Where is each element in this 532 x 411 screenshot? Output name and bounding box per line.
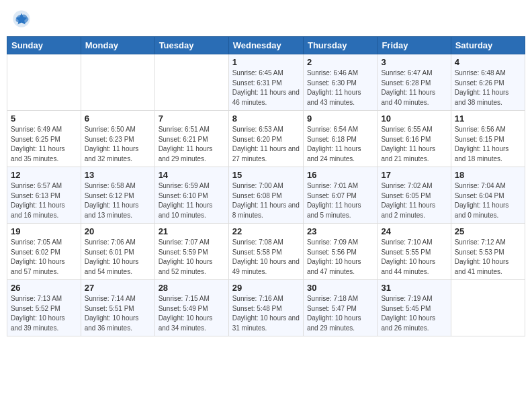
day-info: Sunrise: 7:19 AMSunset: 5:45 PMDaylight:… bbox=[381, 294, 447, 333]
weekday-header-thursday: Thursday bbox=[303, 37, 377, 54]
day-cell: 22 Sunrise: 7:08 AMSunset: 5:58 PMDaylig… bbox=[228, 224, 303, 280]
day-number: 6 bbox=[85, 113, 151, 124]
day-cell bbox=[154, 54, 228, 111]
day-cell: 11 Sunrise: 6:56 AMSunset: 6:15 PMDaylig… bbox=[451, 111, 525, 167]
day-number: 7 bbox=[159, 113, 225, 124]
day-info: Sunrise: 7:12 AMSunset: 5:53 PMDaylight:… bbox=[455, 238, 521, 277]
day-number: 22 bbox=[232, 226, 300, 236]
day-cell: 24 Sunrise: 7:10 AMSunset: 5:55 PMDaylig… bbox=[378, 224, 451, 280]
day-info: Sunrise: 7:02 AMSunset: 6:05 PMDaylight:… bbox=[381, 181, 447, 220]
day-number: 29 bbox=[232, 283, 300, 293]
week-row-5: 26 Sunrise: 7:13 AMSunset: 5:52 PMDaylig… bbox=[7, 280, 525, 336]
day-info: Sunrise: 6:46 AMSunset: 6:30 PMDaylight:… bbox=[307, 68, 373, 107]
day-info: Sunrise: 6:48 AMSunset: 6:26 PMDaylight:… bbox=[455, 68, 521, 107]
day-number: 1 bbox=[232, 57, 300, 67]
weekday-header-monday: Monday bbox=[81, 37, 154, 54]
day-cell: 26 Sunrise: 7:13 AMSunset: 5:52 PMDaylig… bbox=[7, 280, 81, 336]
day-info: Sunrise: 7:15 AMSunset: 5:49 PMDaylight:… bbox=[159, 294, 225, 333]
day-cell bbox=[81, 54, 154, 111]
day-cell bbox=[451, 280, 525, 336]
day-info: Sunrise: 7:07 AMSunset: 5:59 PMDaylight:… bbox=[159, 238, 225, 277]
day-info: Sunrise: 7:10 AMSunset: 5:55 PMDaylight:… bbox=[381, 238, 447, 277]
day-number: 14 bbox=[159, 170, 225, 180]
day-info: Sunrise: 6:59 AMSunset: 6:10 PMDaylight:… bbox=[159, 181, 225, 220]
day-number: 18 bbox=[455, 170, 521, 180]
day-cell: 13 Sunrise: 6:58 AMSunset: 6:12 PMDaylig… bbox=[81, 167, 154, 224]
day-number: 16 bbox=[307, 170, 373, 180]
day-cell: 16 Sunrise: 7:01 AMSunset: 6:07 PMDaylig… bbox=[303, 167, 377, 224]
day-number: 5 bbox=[11, 113, 77, 124]
day-number: 4 bbox=[455, 57, 521, 67]
day-cell: 23 Sunrise: 7:09 AMSunset: 5:56 PMDaylig… bbox=[303, 224, 377, 280]
day-cell: 12 Sunrise: 6:57 AMSunset: 6:13 PMDaylig… bbox=[7, 167, 81, 224]
week-row-3: 12 Sunrise: 6:57 AMSunset: 6:13 PMDaylig… bbox=[7, 167, 525, 224]
day-info: Sunrise: 6:58 AMSunset: 6:12 PMDaylight:… bbox=[85, 181, 151, 220]
day-cell: 21 Sunrise: 7:07 AMSunset: 5:59 PMDaylig… bbox=[154, 224, 228, 280]
day-cell: 29 Sunrise: 7:16 AMSunset: 5:48 PMDaylig… bbox=[228, 280, 303, 336]
day-cell: 17 Sunrise: 7:02 AMSunset: 6:05 PMDaylig… bbox=[378, 167, 451, 224]
day-info: Sunrise: 6:50 AMSunset: 6:23 PMDaylight:… bbox=[85, 125, 151, 164]
day-info: Sunrise: 7:13 AMSunset: 5:52 PMDaylight:… bbox=[11, 294, 77, 333]
weekday-header-row: SundayMondayTuesdayWednesdayThursdayFrid… bbox=[7, 37, 525, 54]
day-info: Sunrise: 6:54 AMSunset: 6:18 PMDaylight:… bbox=[307, 125, 373, 164]
day-cell: 20 Sunrise: 7:06 AMSunset: 6:01 PMDaylig… bbox=[81, 224, 154, 280]
day-info: Sunrise: 6:53 AMSunset: 6:20 PMDaylight:… bbox=[232, 125, 300, 164]
day-number: 23 bbox=[307, 226, 373, 236]
day-info: Sunrise: 7:00 AMSunset: 6:08 PMDaylight:… bbox=[232, 181, 300, 220]
day-number: 21 bbox=[159, 226, 225, 236]
logo bbox=[12, 9, 32, 28]
day-cell: 25 Sunrise: 7:12 AMSunset: 5:53 PMDaylig… bbox=[451, 224, 525, 280]
day-number: 31 bbox=[381, 283, 447, 293]
week-row-1: 1 Sunrise: 6:45 AMSunset: 6:31 PMDayligh… bbox=[7, 54, 525, 111]
day-cell: 5 Sunrise: 6:49 AMSunset: 6:25 PMDayligh… bbox=[7, 111, 81, 167]
day-cell: 6 Sunrise: 6:50 AMSunset: 6:23 PMDayligh… bbox=[81, 111, 154, 167]
day-cell: 4 Sunrise: 6:48 AMSunset: 6:26 PMDayligh… bbox=[451, 54, 525, 111]
day-number: 2 bbox=[307, 57, 373, 67]
day-number: 24 bbox=[381, 226, 447, 236]
day-info: Sunrise: 6:56 AMSunset: 6:15 PMDaylight:… bbox=[455, 125, 521, 164]
day-number: 25 bbox=[455, 226, 521, 236]
week-row-2: 5 Sunrise: 6:49 AMSunset: 6:25 PMDayligh… bbox=[7, 111, 525, 167]
day-number: 30 bbox=[307, 283, 373, 293]
day-cell: 8 Sunrise: 6:53 AMSunset: 6:20 PMDayligh… bbox=[228, 111, 303, 167]
day-cell: 7 Sunrise: 6:51 AMSunset: 6:21 PMDayligh… bbox=[154, 111, 228, 167]
day-info: Sunrise: 7:05 AMSunset: 6:02 PMDaylight:… bbox=[11, 238, 77, 277]
day-number: 8 bbox=[232, 113, 300, 124]
day-cell: 9 Sunrise: 6:54 AMSunset: 6:18 PMDayligh… bbox=[303, 111, 377, 167]
day-cell: 2 Sunrise: 6:46 AMSunset: 6:30 PMDayligh… bbox=[303, 54, 377, 111]
day-info: Sunrise: 7:16 AMSunset: 5:48 PMDaylight:… bbox=[232, 294, 300, 333]
weekday-header-saturday: Saturday bbox=[451, 37, 525, 54]
day-cell: 10 Sunrise: 6:55 AMSunset: 6:16 PMDaylig… bbox=[378, 111, 451, 167]
day-info: Sunrise: 7:04 AMSunset: 6:04 PMDaylight:… bbox=[455, 181, 521, 220]
weekday-header-sunday: Sunday bbox=[7, 37, 81, 54]
day-number: 9 bbox=[307, 113, 373, 124]
day-number: 10 bbox=[381, 113, 447, 124]
day-number: 13 bbox=[85, 170, 151, 180]
day-cell: 19 Sunrise: 7:05 AMSunset: 6:02 PMDaylig… bbox=[7, 224, 81, 280]
day-info: Sunrise: 6:47 AMSunset: 6:28 PMDaylight:… bbox=[381, 68, 447, 107]
day-number: 28 bbox=[159, 283, 225, 293]
week-row-4: 19 Sunrise: 7:05 AMSunset: 6:02 PMDaylig… bbox=[7, 224, 525, 280]
calendar-table: SundayMondayTuesdayWednesdayThursdayFrid… bbox=[7, 36, 525, 336]
day-cell bbox=[7, 54, 81, 111]
day-number: 3 bbox=[381, 57, 447, 67]
day-info: Sunrise: 6:57 AMSunset: 6:13 PMDaylight:… bbox=[11, 181, 77, 220]
weekday-header-friday: Friday bbox=[378, 37, 451, 54]
day-number: 11 bbox=[455, 113, 521, 124]
day-info: Sunrise: 6:51 AMSunset: 6:21 PMDaylight:… bbox=[159, 125, 225, 164]
day-number: 20 bbox=[85, 226, 151, 236]
day-cell: 18 Sunrise: 7:04 AMSunset: 6:04 PMDaylig… bbox=[451, 167, 525, 224]
day-number: 12 bbox=[11, 170, 77, 180]
day-cell: 14 Sunrise: 6:59 AMSunset: 6:10 PMDaylig… bbox=[154, 167, 228, 224]
day-info: Sunrise: 7:01 AMSunset: 6:07 PMDaylight:… bbox=[307, 181, 373, 220]
day-info: Sunrise: 7:06 AMSunset: 6:01 PMDaylight:… bbox=[85, 238, 151, 277]
day-info: Sunrise: 7:18 AMSunset: 5:47 PMDaylight:… bbox=[307, 294, 373, 333]
weekday-header-tuesday: Tuesday bbox=[154, 37, 228, 54]
day-number: 17 bbox=[381, 170, 447, 180]
day-cell: 15 Sunrise: 7:00 AMSunset: 6:08 PMDaylig… bbox=[228, 167, 303, 224]
logo-icon bbox=[12, 9, 31, 28]
day-cell: 27 Sunrise: 7:14 AMSunset: 5:51 PMDaylig… bbox=[81, 280, 154, 336]
day-info: Sunrise: 6:45 AMSunset: 6:31 PMDaylight:… bbox=[232, 68, 300, 107]
day-number: 15 bbox=[232, 170, 300, 180]
page-header bbox=[7, 7, 525, 31]
